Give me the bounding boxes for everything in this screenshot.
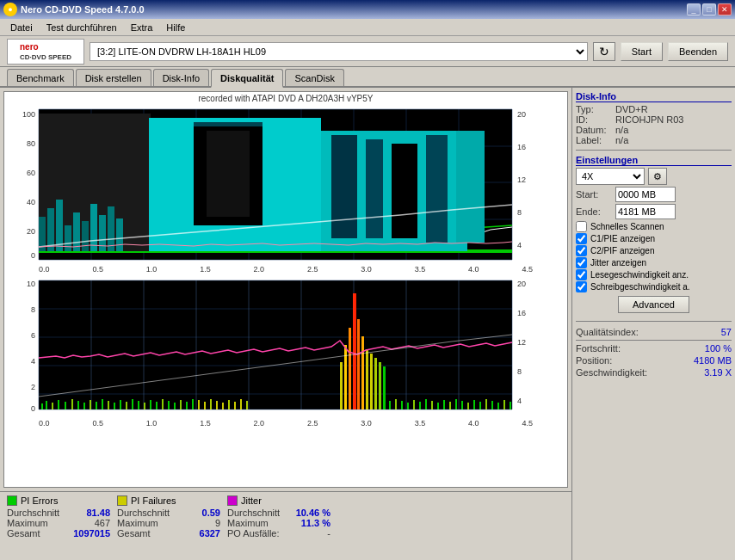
einstellungen-title: Einstellungen <box>576 155 732 166</box>
drive-selector[interactable]: [3:2] LITE-ON DVDRW LH-18A1H HL09 <box>90 42 588 61</box>
tab-diskqualitaet[interactable]: Diskqualität <box>211 69 283 88</box>
pi-errors-avg-row: Durchschnitt 81.48 <box>7 508 110 518</box>
lesegeschwindigkeit-row: Lesegeschwindigkeit anz. <box>576 269 732 280</box>
svg-rect-105 <box>407 403 409 409</box>
lower-x-4.0: 4.0 <box>468 419 479 428</box>
svg-rect-65 <box>96 402 97 409</box>
svg-rect-106 <box>413 400 415 409</box>
label-value: n/a <box>615 135 628 145</box>
jitter-max-value: 11.3 % <box>301 518 330 528</box>
schreibgeschwindigkeit-row: Schreibgeschwindigkeit a. <box>576 281 732 292</box>
tab-benchmark[interactable]: Benchmark <box>7 69 74 86</box>
c2-pif-checkbox[interactable] <box>576 245 587 256</box>
y-right-8: 8 <box>517 208 522 217</box>
menu-test[interactable]: Test durchführen <box>40 21 124 34</box>
start-input[interactable] <box>615 187 676 202</box>
jitter-avg-value: 10.46 % <box>296 508 330 518</box>
svg-rect-79 <box>180 400 182 409</box>
pi-errors-max-label: Maximum <box>7 518 48 528</box>
schreibgeschwindigkeit-checkbox[interactable] <box>576 281 587 292</box>
pi-failures-total-row: Gesamt 6327 <box>117 528 220 538</box>
pi-errors-legend <box>7 495 17 506</box>
start-button[interactable]: Start <box>621 42 663 61</box>
geschwindigkeit-row: Geschwindigkeit: 3.19 X <box>576 366 732 378</box>
svg-rect-35 <box>366 139 383 238</box>
upper-chart-svg: 100 80 60 40 20 0 20 16 12 8 4 <box>4 105 547 264</box>
tab-scandisk[interactable]: ScanDisk <box>285 69 343 86</box>
schreibgeschwindigkeit-label: Schreibgeschwindigkeit a. <box>590 282 690 292</box>
settings-icon-button[interactable]: ⚙ <box>648 168 667 185</box>
label-row: Label: n/a <box>576 135 732 145</box>
end-button[interactable]: Beenden <box>668 42 728 61</box>
jitter-anzeigen-label: Jitter anzeigen <box>590 258 646 268</box>
separator-3 <box>576 340 732 341</box>
maximize-button[interactable]: □ <box>702 3 716 15</box>
svg-rect-89 <box>240 399 242 409</box>
schnelles-scannen-row: Schnelles Scannen <box>576 221 732 232</box>
jitter-avg-label: Durchschnitt <box>227 508 280 518</box>
pi-failures-header: PI Failures <box>117 495 220 506</box>
svg-rect-84 <box>210 399 212 409</box>
position-label: Position: <box>576 355 612 366</box>
svg-rect-116 <box>473 400 475 409</box>
svg-rect-34 <box>331 135 357 238</box>
geschwindigkeit-label: Geschwindigkeit: <box>576 367 647 378</box>
svg-rect-72 <box>138 401 139 409</box>
tab-disk-info[interactable]: Disk-Info <box>153 69 209 86</box>
advanced-button[interactable]: Advanced <box>618 296 689 313</box>
svg-rect-23 <box>73 212 80 251</box>
svg-rect-83 <box>204 402 206 409</box>
svg-rect-60 <box>65 402 66 409</box>
svg-rect-81 <box>192 399 194 409</box>
lower-y-left-2: 2 <box>31 383 35 391</box>
menu-extra[interactable]: Extra <box>124 21 160 34</box>
ende-input[interactable] <box>615 204 676 219</box>
fortschritt-row: Fortschritt: 100 % <box>576 342 732 354</box>
menu-hilfe[interactable]: Hilfe <box>159 21 192 34</box>
lower-x-1.5: 1.5 <box>200 419 211 428</box>
svg-rect-94 <box>353 293 356 409</box>
lower-chart-svg: 10 8 6 4 2 0 20 16 12 8 4 <box>4 276 547 418</box>
svg-rect-69 <box>120 400 121 409</box>
minimize-button[interactable]: _ <box>687 3 701 15</box>
chart-panel: recorded with ATAPI DVD A DH20A3H vYP5Y … <box>0 88 571 560</box>
y-right-12: 12 <box>517 175 526 184</box>
pi-errors-total-value: 1097015 <box>73 528 110 538</box>
upper-x-3.5: 3.5 <box>415 265 426 274</box>
menu-datei[interactable]: Datei <box>3 21 40 34</box>
y-right-4: 4 <box>517 241 522 249</box>
svg-rect-119 <box>491 401 493 409</box>
menubar: Datei Test durchführen Extra Hilfe <box>0 19 735 36</box>
pi-errors-avg-label: Durchschnitt <box>7 508 59 518</box>
typ-row: Typ: DVD+R <box>576 104 732 114</box>
svg-rect-62 <box>77 401 79 409</box>
jitter-group: Jitter Durchschnitt 10.46 % Maximum 11.3… <box>227 495 330 557</box>
tab-bar: Benchmark Disk erstellen Disk-Info Diskq… <box>0 67 735 88</box>
lower-y-left-10: 10 <box>27 280 35 288</box>
label-label: Label: <box>576 135 612 145</box>
tab-disk-erstellen[interactable]: Disk erstellen <box>76 69 151 86</box>
lower-y-left-4: 4 <box>31 357 35 366</box>
svg-rect-111 <box>443 400 445 409</box>
jitter-checkbox[interactable] <box>576 257 587 268</box>
lower-y-left-0: 0 <box>31 404 35 413</box>
disk-info-title: Disk-Info <box>576 91 732 102</box>
lesegeschwindigkeit-checkbox[interactable] <box>576 269 587 280</box>
lower-chart-container: 10 8 6 4 2 0 20 16 12 8 4 <box>4 276 567 428</box>
refresh-button[interactable]: ↻ <box>593 42 615 61</box>
close-button[interactable]: ✕ <box>718 3 732 15</box>
svg-rect-76 <box>162 399 164 409</box>
lesegeschwindigkeit-label: Lesegeschwindigkeit anz. <box>590 270 689 280</box>
schnelles-scannen-checkbox[interactable] <box>576 221 587 232</box>
c1-pie-checkbox[interactable] <box>576 233 587 244</box>
app-icon: ● <box>3 3 17 16</box>
id-label: ID: <box>576 114 612 125</box>
upper-x-labels: 0.0 0.5 1.0 1.5 2.0 2.5 3.0 3.5 4.0 4.5 <box>4 264 567 274</box>
pi-errors-max-row: Maximum 467 <box>7 518 110 528</box>
speed-select[interactable]: 4X 1X 2X 8X MAX <box>576 168 645 185</box>
titlebar-title: Nero CD-DVD Speed 4.7.0.0 <box>21 4 145 15</box>
po-ausfaelle-row: PO Ausfälle: - <box>227 528 330 538</box>
svg-rect-38 <box>456 131 485 243</box>
start-row: Start: <box>576 187 732 202</box>
svg-rect-99 <box>374 358 377 409</box>
